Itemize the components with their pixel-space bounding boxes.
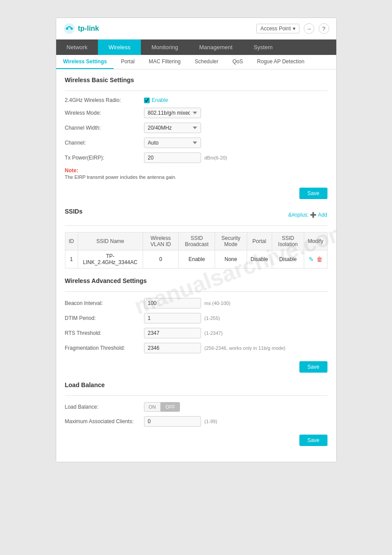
channel-width-select[interactable]: 20/40MHz 20MHz [144,123,201,133]
load-balance-save-button[interactable]: Save [299,435,327,446]
channel-label: Channel: [65,140,144,146]
wireless-basic-section: Wireless Basic Settings 2.4GHz Wireless … [65,76,327,199]
col-ssid-broadcast: SSID Broadcast [179,232,215,250]
dtim-hint: (1-255) [205,316,220,321]
sub-nav: Wireless Settings Portal MAC Filtering S… [56,55,336,69]
wireless-basic-title: Wireless Basic Settings [65,76,327,85]
sub-item-wireless-settings[interactable]: Wireless Settings [56,55,114,69]
table-row: 1 TP-LINK_2.4GHz_3344AC 0 Enable None Di… [65,250,327,268]
radio-checkbox[interactable] [144,98,150,103]
tx-power-input[interactable] [144,152,201,163]
radio-label: 2.4GHz Wireless Radio: [65,97,144,103]
main-content: manualsarchive.com Wireless Basic Settin… [56,69,336,462]
sub-item-rogue-ap[interactable]: Rogue AP Detection [250,55,312,69]
frag-label: Fragmentation Threshold: [65,345,144,351]
max-clients-hint: (1-99) [205,419,217,424]
col-portal: Portal [247,232,272,250]
row-ssid-isolation: Disable [272,250,304,268]
channel-row: Channel: Auto 123611 [65,138,327,148]
toggle-on-button[interactable]: ON [144,402,161,412]
sub-item-scheduler[interactable]: Scheduler [187,55,225,69]
row-modify: ✎ 🗑 [304,250,327,268]
radio-checkbox-label[interactable]: Enable [144,97,168,103]
tx-power-hint: dBm(6-20) [205,155,227,160]
ssids-section: SSIDs &#oplus; ➕ Add ID SSID Name Wirele… [65,208,327,268]
add-label: Add [318,212,327,218]
logout-button[interactable]: → [304,23,314,34]
note-label: Note: [65,167,327,174]
row-ssid-broadcast: Enable [179,250,215,268]
row-portal: Disable [247,250,272,268]
beacon-label: Beacon Interval: [65,300,144,306]
ssid-section-header: SSIDs &#oplus; ➕ Add [65,208,327,222]
help-button[interactable]: ? [319,23,329,34]
load-balance-label: Load Balance: [65,404,144,410]
add-ssid-button[interactable]: &#oplus; ➕ Add [288,212,327,218]
chevron-down-icon: ▾ [293,25,295,32]
row-security-mode: None [215,250,247,268]
channel-select[interactable]: Auto 123611 [144,138,201,148]
logout-icon: → [306,25,312,32]
action-icons: ✎ 🗑 [308,256,323,263]
frag-row: Fragmentation Threshold: (256-2346, work… [65,343,327,353]
logo-text: tp-link [78,25,99,33]
max-clients-row: Maximum Associated Clients: (1-99) [65,416,327,427]
rts-hint: (1-2347) [205,330,223,336]
dtim-input[interactable] [144,313,201,323]
nav-item-network[interactable]: Network [56,40,98,55]
load-balance-row: Load Balance: ON OFF [65,402,327,412]
frag-input[interactable] [144,343,201,353]
logo: tp-link [63,22,99,35]
beacon-hint: ms (40-100) [205,301,230,306]
rts-input[interactable] [144,328,201,338]
tx-power-label: Tx Power(EIRP): [65,155,144,161]
header-right: Access Point ▾ → ? [256,23,329,34]
main-nav: Network Wireless Monitoring Management S… [56,40,336,55]
nav-item-management[interactable]: Management [189,40,243,55]
wireless-advanced-section: Wireless Advanced Settings Beacon Interv… [65,277,327,373]
sub-item-mac-filtering[interactable]: MAC Filtering [142,55,188,69]
rts-row: RTS Threshold: (1-2347) [65,328,327,338]
toggle-off-button[interactable]: OFF [161,402,180,412]
dtim-row: DTIM Period: (1-255) [65,313,327,323]
access-point-label: Access Point [260,25,291,32]
radio-row: 2.4GHz Wireless Radio: Enable [65,97,327,103]
nav-item-system[interactable]: System [243,40,283,55]
nav-item-monitoring[interactable]: Monitoring [141,40,189,55]
row-vlan-id: 0 [143,250,179,268]
sub-item-portal[interactable]: Portal [114,55,141,69]
col-id: ID [65,232,78,250]
frag-hint: (256-2346, works only in 11b/g mode) [205,345,286,351]
mode-row: Wireless Mode: 802.11b/g/n mixed 802.11b… [65,108,327,118]
ssids-title: SSIDs [65,208,83,217]
beacon-row: Beacon Interval: ms (40-100) [65,298,327,308]
access-point-selector[interactable]: Access Point ▾ [256,24,299,33]
col-ssid-name: SSID Name [78,232,143,250]
svg-point-0 [64,23,75,34]
wireless-advanced-title: Wireless Advanced Settings [65,277,327,286]
channel-width-label: Channel Width: [65,125,144,131]
help-icon: ? [322,25,325,32]
nav-item-wireless[interactable]: Wireless [98,40,141,55]
row-ssid-name: TP-LINK_2.4GHz_3344AC [78,250,143,268]
channel-width-row: Channel Width: 20/40MHz 20MHz [65,123,327,133]
wireless-basic-save-button[interactable]: Save [299,188,327,199]
plus-icon: &#oplus; [288,212,309,218]
load-balance-section: Load Balance Load Balance: ON OFF Maximu… [65,381,327,446]
edit-icon[interactable]: ✎ [309,256,314,263]
col-ssid-isolation: SSID Isolation [272,232,304,250]
svg-point-2 [70,27,72,29]
sub-item-qos[interactable]: QoS [226,55,250,69]
mode-label: Wireless Mode: [65,110,144,116]
row-id: 1 [65,250,78,268]
note-block: Note: The EIRP transmit power includes t… [65,167,327,180]
max-clients-input[interactable] [144,416,201,427]
delete-icon[interactable]: 🗑 [316,256,323,263]
app-header: tp-link Access Point ▾ → ? [56,18,336,40]
beacon-input[interactable] [144,298,201,308]
tx-power-row: Tx Power(EIRP): dBm(6-20) [65,152,327,163]
toggle-group: ON OFF [144,402,180,412]
wireless-advanced-save-button[interactable]: Save [299,361,327,373]
radio-checkbox-text: Enable [152,97,168,103]
mode-select[interactable]: 802.11b/g/n mixed 802.11b only 802.11g o… [144,108,201,118]
